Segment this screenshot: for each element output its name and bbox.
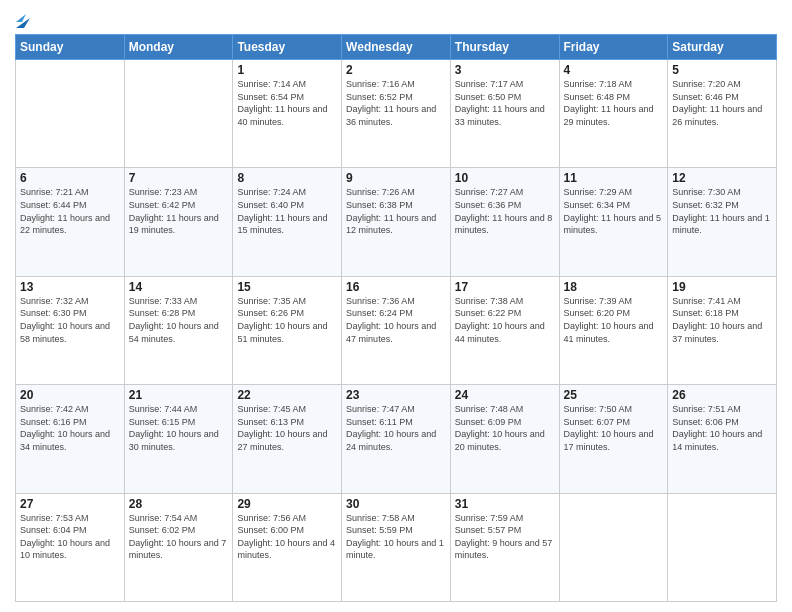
day-number: 18 — [564, 280, 664, 294]
day-number: 29 — [237, 497, 337, 511]
day-info: Sunrise: 7:17 AMSunset: 6:50 PMDaylight:… — [455, 78, 555, 128]
table-row: 9Sunrise: 7:26 AMSunset: 6:38 PMDaylight… — [342, 168, 451, 276]
table-row — [668, 493, 777, 601]
day-number: 14 — [129, 280, 229, 294]
calendar-table: Sunday Monday Tuesday Wednesday Thursday… — [15, 34, 777, 602]
day-number: 13 — [20, 280, 120, 294]
day-number: 24 — [455, 388, 555, 402]
table-row: 4Sunrise: 7:18 AMSunset: 6:48 PMDaylight… — [559, 60, 668, 168]
table-row: 12Sunrise: 7:30 AMSunset: 6:32 PMDayligh… — [668, 168, 777, 276]
day-number: 22 — [237, 388, 337, 402]
calendar-week-row: 6Sunrise: 7:21 AMSunset: 6:44 PMDaylight… — [16, 168, 777, 276]
day-info: Sunrise: 7:48 AMSunset: 6:09 PMDaylight:… — [455, 403, 555, 453]
day-info: Sunrise: 7:45 AMSunset: 6:13 PMDaylight:… — [237, 403, 337, 453]
table-row — [124, 60, 233, 168]
col-friday: Friday — [559, 35, 668, 60]
day-info: Sunrise: 7:23 AMSunset: 6:42 PMDaylight:… — [129, 186, 229, 236]
table-row: 21Sunrise: 7:44 AMSunset: 6:15 PMDayligh… — [124, 385, 233, 493]
day-info: Sunrise: 7:27 AMSunset: 6:36 PMDaylight:… — [455, 186, 555, 236]
day-number: 3 — [455, 63, 555, 77]
day-number: 5 — [672, 63, 772, 77]
page: Sunday Monday Tuesday Wednesday Thursday… — [0, 0, 792, 612]
day-number: 10 — [455, 171, 555, 185]
day-info: Sunrise: 7:56 AMSunset: 6:00 PMDaylight:… — [237, 512, 337, 562]
day-info: Sunrise: 7:30 AMSunset: 6:32 PMDaylight:… — [672, 186, 772, 236]
day-info: Sunrise: 7:20 AMSunset: 6:46 PMDaylight:… — [672, 78, 772, 128]
table-row: 18Sunrise: 7:39 AMSunset: 6:20 PMDayligh… — [559, 276, 668, 384]
col-thursday: Thursday — [450, 35, 559, 60]
table-row: 14Sunrise: 7:33 AMSunset: 6:28 PMDayligh… — [124, 276, 233, 384]
day-info: Sunrise: 7:41 AMSunset: 6:18 PMDaylight:… — [672, 295, 772, 345]
day-info: Sunrise: 7:54 AMSunset: 6:02 PMDaylight:… — [129, 512, 229, 562]
table-row: 19Sunrise: 7:41 AMSunset: 6:18 PMDayligh… — [668, 276, 777, 384]
day-info: Sunrise: 7:39 AMSunset: 6:20 PMDaylight:… — [564, 295, 664, 345]
day-number: 17 — [455, 280, 555, 294]
day-number: 4 — [564, 63, 664, 77]
day-number: 28 — [129, 497, 229, 511]
calendar-week-row: 13Sunrise: 7:32 AMSunset: 6:30 PMDayligh… — [16, 276, 777, 384]
col-monday: Monday — [124, 35, 233, 60]
day-number: 25 — [564, 388, 664, 402]
table-row: 20Sunrise: 7:42 AMSunset: 6:16 PMDayligh… — [16, 385, 125, 493]
day-number: 27 — [20, 497, 120, 511]
day-info: Sunrise: 7:21 AMSunset: 6:44 PMDaylight:… — [20, 186, 120, 236]
day-number: 20 — [20, 388, 120, 402]
calendar-week-row: 27Sunrise: 7:53 AMSunset: 6:04 PMDayligh… — [16, 493, 777, 601]
table-row: 23Sunrise: 7:47 AMSunset: 6:11 PMDayligh… — [342, 385, 451, 493]
col-saturday: Saturday — [668, 35, 777, 60]
day-number: 12 — [672, 171, 772, 185]
table-row: 10Sunrise: 7:27 AMSunset: 6:36 PMDayligh… — [450, 168, 559, 276]
table-row: 11Sunrise: 7:29 AMSunset: 6:34 PMDayligh… — [559, 168, 668, 276]
logo — [15, 10, 29, 28]
day-number: 7 — [129, 171, 229, 185]
svg-marker-1 — [16, 14, 26, 22]
table-row: 22Sunrise: 7:45 AMSunset: 6:13 PMDayligh… — [233, 385, 342, 493]
day-info: Sunrise: 7:35 AMSunset: 6:26 PMDaylight:… — [237, 295, 337, 345]
col-wednesday: Wednesday — [342, 35, 451, 60]
table-row: 13Sunrise: 7:32 AMSunset: 6:30 PMDayligh… — [16, 276, 125, 384]
calendar-header-row: Sunday Monday Tuesday Wednesday Thursday… — [16, 35, 777, 60]
table-row: 2Sunrise: 7:16 AMSunset: 6:52 PMDaylight… — [342, 60, 451, 168]
day-number: 21 — [129, 388, 229, 402]
day-info: Sunrise: 7:26 AMSunset: 6:38 PMDaylight:… — [346, 186, 446, 236]
day-info: Sunrise: 7:16 AMSunset: 6:52 PMDaylight:… — [346, 78, 446, 128]
day-info: Sunrise: 7:18 AMSunset: 6:48 PMDaylight:… — [564, 78, 664, 128]
day-number: 6 — [20, 171, 120, 185]
day-info: Sunrise: 7:58 AMSunset: 5:59 PMDaylight:… — [346, 512, 446, 562]
table-row — [16, 60, 125, 168]
table-row: 25Sunrise: 7:50 AMSunset: 6:07 PMDayligh… — [559, 385, 668, 493]
table-row: 30Sunrise: 7:58 AMSunset: 5:59 PMDayligh… — [342, 493, 451, 601]
table-row: 8Sunrise: 7:24 AMSunset: 6:40 PMDaylight… — [233, 168, 342, 276]
logo-text — [15, 10, 29, 28]
table-row: 1Sunrise: 7:14 AMSunset: 6:54 PMDaylight… — [233, 60, 342, 168]
table-row: 15Sunrise: 7:35 AMSunset: 6:26 PMDayligh… — [233, 276, 342, 384]
table-row: 16Sunrise: 7:36 AMSunset: 6:24 PMDayligh… — [342, 276, 451, 384]
day-info: Sunrise: 7:32 AMSunset: 6:30 PMDaylight:… — [20, 295, 120, 345]
day-number: 26 — [672, 388, 772, 402]
day-info: Sunrise: 7:29 AMSunset: 6:34 PMDaylight:… — [564, 186, 664, 236]
table-row — [559, 493, 668, 601]
day-info: Sunrise: 7:33 AMSunset: 6:28 PMDaylight:… — [129, 295, 229, 345]
day-info: Sunrise: 7:53 AMSunset: 6:04 PMDaylight:… — [20, 512, 120, 562]
table-row: 24Sunrise: 7:48 AMSunset: 6:09 PMDayligh… — [450, 385, 559, 493]
calendar-week-row: 20Sunrise: 7:42 AMSunset: 6:16 PMDayligh… — [16, 385, 777, 493]
day-info: Sunrise: 7:51 AMSunset: 6:06 PMDaylight:… — [672, 403, 772, 453]
day-number: 15 — [237, 280, 337, 294]
day-info: Sunrise: 7:24 AMSunset: 6:40 PMDaylight:… — [237, 186, 337, 236]
day-number: 2 — [346, 63, 446, 77]
header — [15, 10, 777, 28]
table-row: 17Sunrise: 7:38 AMSunset: 6:22 PMDayligh… — [450, 276, 559, 384]
day-info: Sunrise: 7:38 AMSunset: 6:22 PMDaylight:… — [455, 295, 555, 345]
calendar-week-row: 1Sunrise: 7:14 AMSunset: 6:54 PMDaylight… — [16, 60, 777, 168]
table-row: 29Sunrise: 7:56 AMSunset: 6:00 PMDayligh… — [233, 493, 342, 601]
day-number: 8 — [237, 171, 337, 185]
table-row: 7Sunrise: 7:23 AMSunset: 6:42 PMDaylight… — [124, 168, 233, 276]
day-number: 11 — [564, 171, 664, 185]
table-row: 31Sunrise: 7:59 AMSunset: 5:57 PMDayligh… — [450, 493, 559, 601]
day-info: Sunrise: 7:47 AMSunset: 6:11 PMDaylight:… — [346, 403, 446, 453]
table-row: 28Sunrise: 7:54 AMSunset: 6:02 PMDayligh… — [124, 493, 233, 601]
day-number: 16 — [346, 280, 446, 294]
day-info: Sunrise: 7:59 AMSunset: 5:57 PMDaylight:… — [455, 512, 555, 562]
day-info: Sunrise: 7:36 AMSunset: 6:24 PMDaylight:… — [346, 295, 446, 345]
table-row: 5Sunrise: 7:20 AMSunset: 6:46 PMDaylight… — [668, 60, 777, 168]
